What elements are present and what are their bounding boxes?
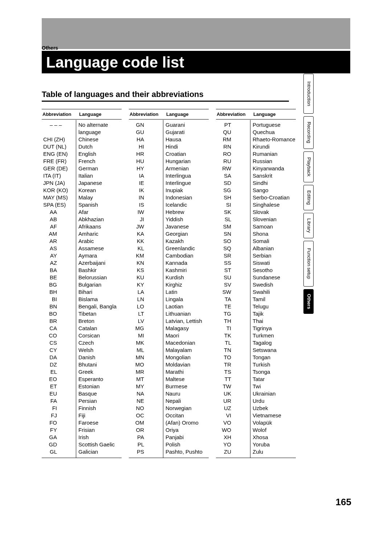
table-cell-language: Oriya (166, 426, 209, 434)
table-cell-abbrev: AY (42, 252, 76, 259)
table-cell-language: Faroese (78, 419, 122, 426)
table-cell-language: Telugu (253, 303, 296, 310)
table-cell-abbrev: BA (42, 267, 76, 274)
table-cell-language: Siswati (253, 259, 296, 267)
table-cell-abbrev: TH (216, 317, 250, 325)
tab-editing[interactable]: Editing (303, 185, 314, 210)
table-cell-abbrev: UK (216, 390, 250, 397)
table-header-abbrev: Abbreviation (216, 112, 250, 117)
table-cell-language: Panjabi (166, 434, 209, 441)
table-cell-language: Guarani (166, 121, 209, 129)
table-cell-language: Armenian (166, 165, 209, 172)
table-cell-abbrev: TO (216, 354, 250, 361)
table-cell-language: Sango (253, 187, 296, 194)
table-cell-abbrev: ENG (EN) (42, 150, 76, 158)
table-cell-abbrev: RU (216, 158, 250, 165)
table-cell-abbrev: CA (42, 325, 76, 332)
table-cell-abbrev: NE (129, 397, 163, 405)
table-cell-language: Lithuanian (166, 310, 209, 317)
table-cell-language: Persian (78, 397, 122, 405)
tab-others[interactable]: Others (303, 289, 314, 314)
table-cell-abbrev: GN (129, 121, 163, 129)
table-cell-language: Arabic (78, 238, 122, 245)
table-cell-abbrev: AA (42, 208, 76, 216)
table-cell-abbrev: KU (129, 274, 163, 281)
table-cell-language: Turkmen (253, 332, 296, 339)
table-cell-language: Interlingua (166, 172, 209, 179)
table-cell-abbrev: TA (216, 296, 250, 303)
tab-library[interactable]: Library (303, 213, 314, 238)
table-cell-language: Japanese (78, 179, 122, 187)
table-cell-abbrev: KL (129, 245, 163, 252)
table-cell-abbrev: KA (129, 230, 163, 238)
table-cell-language: Frisian (78, 426, 122, 434)
table-cell-abbrev: TS (216, 368, 250, 376)
table-cell-language: Tsonga (253, 368, 296, 376)
table-cell-abbrev: TR (216, 361, 250, 368)
table-cell-abbrev: HR (129, 150, 163, 158)
table-cell-language: Hindi (166, 143, 209, 150)
table-cell-abbrev: AZ (42, 259, 76, 267)
table-cell-language: Vietnamese (253, 412, 296, 419)
subtitle-rule (42, 101, 289, 102)
tab-function-setup[interactable]: Function setup (303, 241, 314, 287)
section-tabs: Introduction Recording Playback Editing … (303, 74, 314, 314)
table-cell-abbrev: KN (129, 259, 163, 267)
table-cell-abbrev: SH (216, 194, 250, 201)
table-cell-language: Tigrinya (253, 325, 296, 332)
table-cell-language: Singhalese (253, 201, 296, 208)
table-cell-abbrev: FO (42, 419, 76, 426)
tab-recording[interactable]: Recording (303, 116, 314, 149)
table-cell-language: Somali (253, 238, 296, 245)
table-cell-abbrev: CO (42, 332, 76, 339)
table-cell-abbrev: AF (42, 223, 76, 230)
table-cell-language: Galician (78, 448, 122, 455)
table-cell-language: Hungarian (166, 158, 209, 165)
tab-playback[interactable]: Playback (303, 151, 314, 182)
table-cell-abbrev: SO (216, 238, 250, 245)
table-cell-language: Albanian (253, 245, 296, 252)
table-cell-abbrev: DA (42, 354, 76, 361)
table-cell-language: Bengali, Bangla (78, 303, 122, 310)
table-cell-abbrev: BI (42, 296, 76, 303)
table-cell-abbrev: UZ (216, 405, 250, 412)
table-cell-language: Laotian (166, 303, 209, 310)
table-cell-language: Korean (78, 187, 122, 194)
table-cell-abbrev: TI (216, 325, 250, 332)
table-cell-language: (Afan) Oromo (166, 419, 209, 426)
table-cell-abbrev: LA (129, 288, 163, 296)
table-cell-language: Tamil (253, 296, 296, 303)
table-cell-abbrev: FA (42, 397, 76, 405)
table-cell-language: Amharic (78, 230, 122, 238)
table-cell-abbrev: ZU (216, 448, 250, 455)
table-cell-language: Assamese (78, 245, 122, 252)
table-cell-language: Kinyarwanda (253, 165, 296, 172)
table-cell-language: Slovenian (253, 216, 296, 223)
table-cell-language: Nepali (166, 397, 209, 405)
table-cell-language: Occitan (166, 412, 209, 419)
table-cell-abbrev: TG (216, 310, 250, 317)
table-cell-language: Norwegian (166, 405, 209, 412)
table-header-abbrev: Abbreviation (129, 112, 163, 117)
table-cell-language: Azerbaijani (78, 259, 122, 267)
table-cell-language: Serbo-Croatian (253, 194, 296, 201)
table-cell-language: Shona (253, 230, 296, 238)
table-cell-language: Finnish (78, 405, 122, 412)
table-cell-language: Tagalog (253, 339, 296, 347)
table-cell-language: Sanskrit (253, 172, 296, 179)
table-cell-language: Kazakh (166, 238, 209, 245)
table-cell-abbrev: SM (216, 223, 250, 230)
table-cell-abbrev: RO (216, 150, 250, 158)
table-cell-abbrev: EO (42, 376, 76, 383)
table-header-language: Language (163, 112, 209, 117)
table-cell-abbrev: BG (42, 281, 76, 288)
table-cell-abbrev: SD (216, 179, 250, 187)
table-cell-language: Kashmiri (166, 267, 209, 274)
table-cell-language: Malayalam (166, 347, 209, 354)
table-cell-abbrev: SU (216, 274, 250, 281)
table-cell-language: Corsican (78, 332, 122, 339)
table-cell-language: Welsh (78, 347, 122, 354)
table-cell-abbrev: SV (216, 281, 250, 288)
tab-introduction[interactable]: Introduction (303, 74, 314, 114)
table-cell-abbrev: YO (216, 441, 250, 448)
